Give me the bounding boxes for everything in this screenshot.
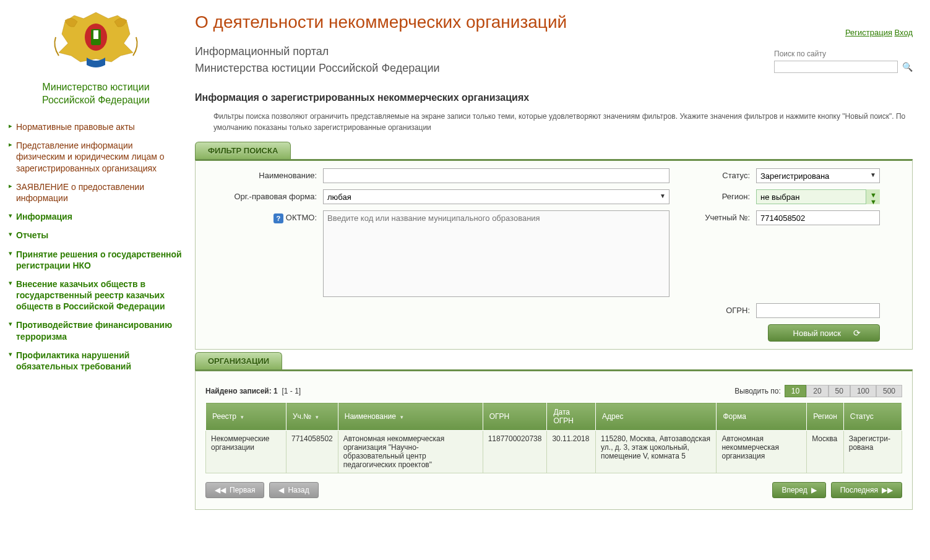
refresh-icon: ⟳ (853, 328, 861, 338)
col-header-3[interactable]: ОГРН (483, 403, 547, 431)
filter-region-select[interactable] (756, 189, 880, 204)
filter-panel-tab: ФИЛЬТР ПОИСКА (195, 142, 291, 159)
bullet-icon: ▸ (9, 121, 12, 131)
pagesize-500-button[interactable]: 500 (876, 385, 902, 397)
col-header-7[interactable]: Регион (807, 403, 844, 431)
sidebar-nav: ▸Нормативные правовые акты▸Представление… (6, 118, 186, 376)
filter-status-select[interactable]: Зарегистрирована (756, 168, 880, 183)
sidebar-item-7[interactable]: ▾Противодействие финансированию террориз… (6, 316, 186, 345)
filter-ogrn-input[interactable] (756, 303, 880, 318)
pagesize-label: Выводить по: (734, 387, 781, 395)
sidebar-item-label[interactable]: Нормативные правовые акты (16, 121, 135, 132)
cell-region: Москва (807, 431, 844, 473)
sidebar-item-3[interactable]: ▾Информация (6, 207, 186, 226)
sidebar-item-label[interactable]: Принятие решения о государственной регис… (16, 249, 183, 271)
filter-region-label: Регион: (676, 189, 750, 201)
pagesize-50-button[interactable]: 50 (829, 385, 850, 397)
sidebar-item-4[interactable]: ▾Отчеты (6, 226, 186, 244)
filter-oktmo-label: ?ОКТМО: (205, 210, 317, 223)
cell-status: Зарегистри-рована (843, 431, 902, 473)
results-table: Реестр ▾Уч.№ ▾Наименование ▾ОГРНДата ОГР… (205, 402, 902, 473)
col-header-1[interactable]: Уч.№ ▾ (286, 403, 338, 431)
cell-registry: Некоммерческие организации (206, 431, 286, 473)
sidebar-item-label[interactable]: Информация (16, 211, 72, 222)
pager-next-button[interactable]: Вперед▶ (772, 482, 825, 498)
filter-name-label: Наименование: (205, 168, 317, 180)
site-search-input[interactable] (774, 61, 898, 73)
site-search-label: Поиск по сайту (774, 50, 913, 58)
sort-caret-icon: ▾ (316, 414, 319, 420)
svg-rect-2 (93, 30, 98, 39)
col-header-5[interactable]: Адрес (596, 403, 717, 431)
filter-status-label: Статус: (676, 168, 750, 180)
filter-form-select[interactable]: любая (323, 189, 670, 204)
help-icon[interactable]: ? (273, 213, 283, 223)
col-header-0[interactable]: Реестр ▾ (206, 403, 286, 431)
sidebar-item-label[interactable]: Внесение казачьих обществ в государствен… (16, 278, 183, 312)
caret-down-icon: ▾ (9, 319, 12, 329)
sidebar-item-6[interactable]: ▾Внесение казачьих обществ в государстве… (6, 275, 186, 316)
col-header-8[interactable]: Статус (843, 403, 902, 431)
sort-caret-icon: ▾ (400, 414, 403, 420)
pagesize-100-button[interactable]: 100 (850, 385, 876, 397)
page-title: О деятельности некоммерческих организаци… (195, 12, 567, 32)
cell-uchno: 7714058502 (286, 431, 338, 473)
sidebar-item-2[interactable]: ▸ЗАЯВЛЕНИЕ о предоставлении информации (6, 178, 186, 207)
caret-down-icon: ▾ (9, 249, 12, 258)
filter-description: Фильтры поиска позволяют ограничить пред… (195, 111, 913, 133)
search-icon[interactable]: 🔍 (902, 61, 913, 72)
ministry-title: Министерство юстицииРоссийской Федерации (6, 81, 186, 107)
cell-address: 115280, Москва, Автозаводская ул., д. 3,… (596, 431, 717, 473)
pager-first-button[interactable]: ◀◀Первая (205, 482, 264, 498)
chevron-right-icon: ▶ (811, 486, 817, 494)
filter-oktmo-input[interactable] (323, 210, 670, 297)
caret-down-icon: ▾ (9, 278, 12, 288)
sidebar-item-0[interactable]: ▸Нормативные правовые акты (6, 118, 186, 136)
cell-form: Автономная некоммерческая организация (717, 431, 807, 473)
ministry-emblem (40, 3, 152, 77)
content-title: Информация о зарегистрированных некоммер… (195, 92, 913, 103)
sidebar-item-label[interactable]: Профилактика нарушений обязательных треб… (16, 350, 183, 372)
caret-down-icon: ▾ (9, 350, 12, 359)
sidebar-item-5[interactable]: ▾Принятие решения о государственной реги… (6, 245, 186, 275)
bullet-icon: ▸ (9, 181, 12, 191)
auth-links: Регистрация Вход (774, 28, 913, 37)
filter-uchno-label: Учетный №: (676, 210, 750, 222)
caret-down-icon: ▾ (9, 230, 12, 239)
sort-caret-icon: ▾ (241, 414, 244, 420)
pager-prev-button[interactable]: ◀Назад (269, 482, 318, 498)
organizations-panel-tab: ОРГАНИЗАЦИИ (195, 352, 282, 369)
portal-subtitle: Информационный порталМинистерства юстици… (195, 43, 567, 77)
register-link[interactable]: Регистрация (845, 28, 892, 37)
col-header-2[interactable]: Наименование ▾ (338, 403, 483, 431)
double-chevron-right-icon: ▶▶ (882, 486, 893, 494)
sidebar-item-8[interactable]: ▾Профилактика нарушений обязательных тре… (6, 346, 186, 376)
col-header-6[interactable]: Форма (717, 403, 807, 431)
caret-down-icon: ▾ (9, 211, 12, 220)
records-found: Найдено записей: 1 [1 - 1] (205, 387, 301, 395)
cell-ogrn_date: 30.11.2018 (547, 431, 596, 473)
filter-ogrn-label: ОГРН: (676, 303, 750, 315)
new-search-button[interactable]: Новый поиск⟳ (768, 324, 880, 342)
pagesize-20-button[interactable]: 20 (806, 385, 828, 397)
pagesize-10-button[interactable]: 10 (785, 385, 806, 397)
sidebar-item-label[interactable]: ЗАЯВЛЕНИЕ о предоставлении информации (16, 181, 183, 204)
sidebar-item-label[interactable]: Отчеты (16, 230, 48, 241)
col-header-4[interactable]: Дата ОГРН (547, 403, 596, 431)
login-link[interactable]: Вход (895, 28, 913, 37)
sidebar-item-label[interactable]: Представление информации физическим и юр… (16, 140, 183, 174)
cell-name: Автономная некоммерческая организация "Н… (338, 431, 483, 473)
double-chevron-left-icon: ◀◀ (215, 486, 226, 494)
filter-uchno-input[interactable] (756, 210, 880, 225)
table-row[interactable]: Некоммерческие организации7714058502Авто… (206, 431, 902, 473)
sidebar-item-label[interactable]: Противодействие финансированию терроризм… (16, 319, 183, 342)
sidebar-item-1[interactable]: ▸Представление информации физическим и ю… (6, 136, 186, 178)
filter-name-input[interactable] (323, 168, 670, 183)
chevron-left-icon: ◀ (278, 486, 284, 494)
bullet-icon: ▸ (9, 140, 12, 149)
pager-last-button[interactable]: Последняя▶▶ (831, 482, 902, 498)
cell-ogrn: 1187700020738 (483, 431, 547, 473)
filter-form-label: Орг.-правовая форма: (205, 189, 317, 201)
